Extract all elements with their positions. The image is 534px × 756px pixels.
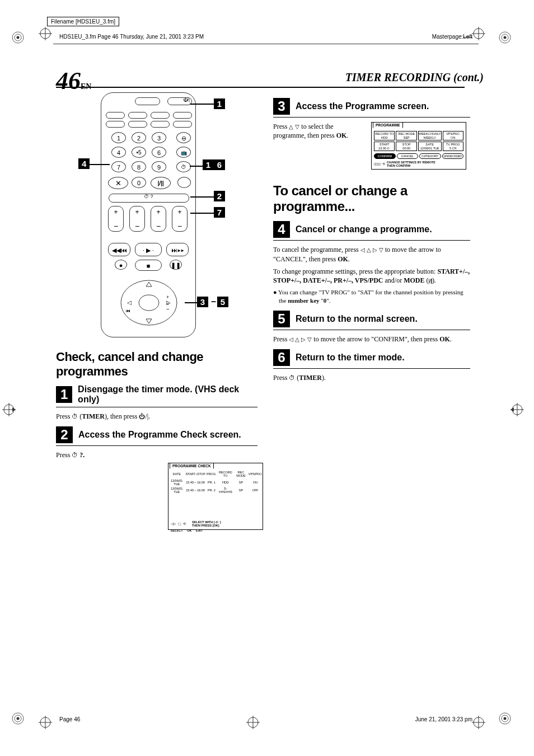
osd-programme-tab: PROGRAMME (373, 122, 403, 128)
reg-mark-bl (11, 712, 25, 725)
step-5-number: 5 (273, 311, 290, 327)
step-4-title: Cancel or change a programme. (296, 224, 432, 234)
header-doc-info: HDS1EU_3.fm Page 46 Thursday, June 21, 2… (59, 34, 204, 40)
heading-cancel-change: To cancel or change a programme... (273, 183, 470, 214)
footer-date: June 21, 2001 3:23 pm (415, 716, 472, 722)
step-6-body: Press (TIMER). (273, 373, 470, 382)
svg-point-5 (504, 36, 507, 39)
osd-programme: PROGRAMME RECORD TOHDD REC MODESEP WEEKL… (371, 122, 466, 170)
step-4-bullet: You can change "TV PROG" to "SAT" for th… (279, 288, 470, 305)
power-icon (139, 412, 145, 420)
step-4-number: 4 (273, 221, 290, 238)
step-5-body: Press to move the arrow to "CONFIRM", th… (273, 335, 470, 344)
right-column: 3 Access the Programme screen. Press to … (273, 92, 470, 530)
clock-icon (72, 412, 78, 420)
reg-mark-ml (2, 403, 16, 416)
step-1-body: Press (TIMER), then press /|. (56, 412, 257, 421)
svg-marker-37 (146, 282, 152, 287)
reg-mark-mr (510, 403, 524, 416)
step-4-p1: To cancel the programme, press to move t… (273, 245, 470, 263)
svg-text:±: ± (167, 302, 169, 306)
title-rule (56, 87, 465, 88)
step-2-title: Access the Programme Check screen. (78, 430, 241, 440)
callout-16-left: 1 (203, 159, 214, 170)
svg-text:−: − (166, 306, 170, 312)
remote-figure: ⏻/| 1 2 3 ⊖ 4 •5 6 📺 7 8 (78, 92, 235, 339)
step-1-title: Disengage the timer mode. (VHS deck only… (78, 384, 257, 405)
step-3-number: 3 (273, 98, 290, 115)
step-3-body: Press to select the programme, then pres… (273, 122, 366, 166)
svg-point-2 (17, 36, 20, 39)
svg-marker-38 (146, 319, 152, 323)
step-1-number: 1 (56, 386, 72, 403)
section-title: TIMER RECORDING (cont.) (345, 71, 484, 84)
crosshair-br (472, 716, 485, 729)
callout-dash: – (211, 297, 216, 307)
table-row: 12/06/01 TUE15:40 ~ 16:00PR. 1HDDSPON (168, 478, 263, 486)
callout-1: 1 (214, 98, 225, 109)
reg-mark-tr (498, 31, 512, 44)
osd-check-tab: PROGRAMME CHECK (170, 463, 214, 469)
step-6-number: 6 (273, 349, 290, 366)
step-2-number: 2 (56, 426, 73, 443)
osd-programme-check: PROGRAMME CHECK DATE START~STOP PROG. RE… (168, 463, 263, 530)
callout-7: 7 (214, 207, 225, 218)
step-3-row: 3 Access the Programme screen. (273, 98, 470, 115)
step-1-row: 1 Disengage the timer mode. (VHS deck on… (56, 384, 257, 405)
step-5-row: 5 Return to the normal screen. (273, 311, 470, 327)
callout-2: 2 (214, 191, 225, 201)
left-column: ⏻/| 1 2 3 ⊖ 4 •5 6 📺 7 8 (56, 92, 257, 530)
reg-mark-tl (11, 31, 25, 44)
masterpage: Masterpage:Left (432, 34, 472, 40)
step-6-row: 6 Return to the timer mode. (273, 349, 470, 366)
step-2-body: Press ?. (56, 450, 257, 459)
step-5-title: Return to the normal screen. (296, 314, 418, 324)
page-number: 46EN (56, 67, 91, 95)
filename-label: Filename [HDS1EU_3.fm] (47, 17, 119, 26)
clock-icon (72, 451, 78, 459)
clock-icon (289, 374, 295, 382)
step-2-row: 2 Access the Programme Check screen. (56, 426, 257, 443)
reg-mark-br (498, 712, 512, 725)
footer-page: Page 46 (59, 716, 80, 722)
callout-16-right: 6 (214, 159, 225, 170)
header-rule (53, 44, 479, 44)
crosshair-bl (39, 716, 52, 729)
crosshair-tr (472, 27, 485, 40)
remote-body: ⏻/| 1 2 3 ⊖ 4 •5 6 📺 7 8 (101, 92, 196, 337)
svg-point-8 (17, 717, 20, 720)
svg-text:⏮: ⏮ (126, 308, 130, 313)
step-6-title: Return to the timer mode. (296, 353, 405, 363)
crosshair-tl (39, 27, 52, 40)
step-3-title: Access the Programme screen. (296, 101, 429, 111)
table-row: 12/06/01 TUE15:40 ~ 16:00PR. 2S-VHS/VHSS… (168, 486, 263, 494)
crosshair-bc (246, 716, 260, 729)
callout-5: 5 (217, 297, 228, 307)
step-4-p2: To change programme settings, press the … (273, 267, 470, 285)
callout-3: 3 (197, 297, 208, 307)
svg-text:◁: ◁ (127, 299, 132, 306)
svg-point-11 (504, 717, 507, 720)
heading-check-cancel-change: Check, cancel and change programmes (56, 350, 257, 379)
svg-text:+: + (166, 294, 169, 300)
step-4-row: 4 Cancel or change a programme. (273, 221, 470, 238)
svg-point-36 (139, 295, 159, 311)
